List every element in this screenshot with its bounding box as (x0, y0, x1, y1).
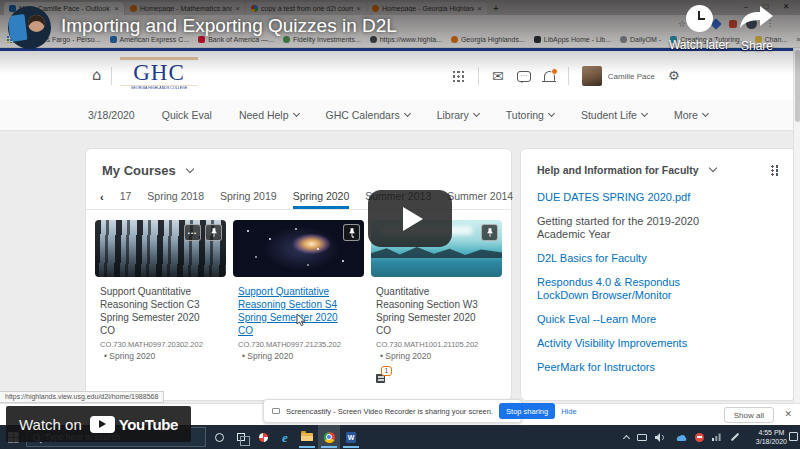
page-scrollbar[interactable] (793, 48, 800, 403)
show-all-button[interactable]: Show all (724, 407, 774, 423)
watch-on-youtube-button[interactable]: Watch on YouTube (6, 406, 191, 442)
help-panel-header[interactable]: Help and Information for Faculty (537, 164, 779, 176)
divider (478, 67, 479, 85)
sharing-banner-text: Screencastify - Screen Video Recorder is… (286, 407, 493, 416)
file-explorer-button[interactable] (296, 425, 318, 449)
play-icon (403, 207, 423, 231)
tab-close-icon[interactable] (235, 5, 240, 13)
tab-spring-2020[interactable]: Spring 2020 (293, 190, 350, 209)
bookmark-item[interactable]: DailyOM - (620, 36, 661, 43)
downloads-bar-close-icon[interactable] (784, 409, 792, 419)
network-icon[interactable] (712, 433, 722, 441)
browser-tab-mathematics[interactable]: Homepage - Mathematics and C (125, 2, 245, 15)
bookmark-item[interactable]: LibApps Home - Lib... (534, 36, 611, 43)
cortana-button[interactable] (208, 425, 230, 449)
tab-close-icon[interactable] (477, 5, 482, 13)
tray-status-icon[interactable] (695, 433, 704, 442)
hide-banner-link[interactable]: Hide (561, 407, 576, 416)
nav-more[interactable]: More (674, 109, 708, 121)
pin-icon[interactable] (205, 224, 222, 241)
volume-icon[interactable] (655, 433, 666, 442)
nav-need-help[interactable]: Need Help (239, 109, 299, 121)
bookmark-item[interactable]: Georgia Highlands... (451, 36, 525, 43)
tab-spring-2019[interactable]: Spring 2019 (220, 190, 277, 209)
task-view-icon (237, 433, 245, 441)
mail-icon[interactable] (492, 69, 504, 83)
chat-icon[interactable] (517, 71, 531, 82)
tab-summer-2014[interactable]: Summer 2014 (447, 190, 513, 209)
course-card[interactable]: Support Quantitative Reasoning Section C… (95, 220, 226, 383)
user-menu[interactable]: Camille Pace (582, 66, 655, 86)
tab-spring-2018[interactable]: Spring 2018 (147, 190, 204, 209)
nav-student-life[interactable]: Student Life (581, 109, 647, 121)
home-icon[interactable] (92, 66, 102, 84)
help-link-activity-visibility[interactable]: Activity Visibility Improvements (537, 337, 779, 350)
browser-tab-search[interactable]: copy a test from one d2l course (246, 2, 366, 15)
pin-icon[interactable] (481, 224, 498, 241)
browser-tab-ghc[interactable]: Homepage - Georgia Highlands (367, 2, 487, 15)
nav-tutoring[interactable]: Tutoring (506, 109, 554, 121)
bookmark-item[interactable]: Bank of America —... (198, 36, 274, 43)
video-title[interactable]: Importing and Exporting Quizzes in D2L (61, 15, 397, 37)
tray-expand-icon[interactable] (623, 434, 630, 441)
pen-icon[interactable] (731, 433, 739, 441)
bookmark-favicon (370, 36, 377, 43)
pin-icon[interactable] (343, 224, 360, 241)
bookmark-item[interactable]: Fidelity Investments... (283, 36, 361, 43)
my-courses-header[interactable]: My Courses (86, 149, 511, 178)
help-link-due-dates[interactable]: DUE DATES SPRING 2020.pdf (537, 191, 779, 204)
help-link-respondus[interactable]: Respondus 4.0 & Respondus LockDown Brows… (537, 276, 779, 302)
chrome-button[interactable] (318, 425, 340, 449)
share-label: Share (732, 39, 782, 53)
action-center-icon[interactable] (789, 432, 798, 441)
help-link-d2l-basics[interactable]: D2L Basics for Faculty (537, 252, 779, 265)
new-tab-button[interactable] (488, 3, 504, 15)
people-app-button[interactable] (252, 425, 274, 449)
bookmark-label: Georgia Highlands... (461, 36, 525, 43)
clock-date: 3/18/2020 (756, 437, 787, 446)
taskbar-clock[interactable]: 4:55 PM 3/18/2020 (756, 428, 787, 446)
course-alert-badge[interactable]: 1 (376, 368, 396, 383)
channel-avatar[interactable] (8, 6, 51, 49)
edge-button[interactable] (274, 425, 296, 449)
course-title[interactable]: Quantitative Reasoning Section W3 Spring… (376, 285, 498, 337)
bookmark-item[interactable]: American Express C... (110, 36, 190, 43)
divider (568, 67, 569, 85)
nav-ghc-calendars[interactable]: GHC Calendars (326, 109, 410, 121)
course-code: CO.730.MATH0997.20302.202 (100, 340, 226, 349)
chevron-down-icon (404, 110, 411, 117)
edge-icon (282, 431, 288, 444)
app-waffle-icon[interactable] (452, 70, 465, 83)
course-title[interactable]: Support Quantitative Reasoning Section C… (100, 285, 222, 337)
help-link-peermark[interactable]: PeerMark for Instructors (537, 361, 779, 374)
nav-library[interactable]: Library (437, 109, 479, 121)
task-view-button[interactable] (230, 425, 252, 449)
tab-close-icon[interactable] (356, 5, 361, 13)
tab-2017[interactable]: 17 (120, 190, 132, 209)
bookmarks-overflow-icon[interactable] (796, 35, 800, 44)
course-thumbnail-forest (95, 220, 226, 277)
scrollbar-thumb[interactable] (795, 50, 800, 122)
watch-later-button[interactable]: Watch later (668, 5, 730, 52)
help-link-quick-eval[interactable]: Quick Eval --Learn More (537, 313, 779, 326)
stop-sharing-button[interactable]: Stop sharing (499, 403, 555, 419)
ghc-logo[interactable]: GHC GEORGIA HIGHLANDS COLLEGE (120, 57, 198, 96)
people-app-icon (259, 433, 268, 442)
status-bar-url: https://highlands.view.usg.edu/d2l/home/… (0, 391, 164, 403)
tray-folder-icon[interactable] (637, 434, 647, 441)
tabs-scroll-left-icon[interactable]: ‹ (100, 191, 104, 209)
share-button[interactable]: Share (732, 5, 782, 53)
drag-handle-icon[interactable] (771, 165, 779, 176)
screen-share-icon (272, 408, 280, 414)
nav-quick-eval[interactable]: Quick Eval (162, 109, 212, 121)
tab-close-icon[interactable] (114, 5, 119, 13)
course-options-icon[interactable] (184, 224, 201, 241)
bookmark-item[interactable]: https://www.highla... (370, 36, 442, 43)
word-button[interactable] (340, 425, 362, 449)
course-title-link[interactable]: Support Quantitative Reasoning Section S… (238, 285, 360, 337)
onedrive-cloud-icon[interactable] (674, 433, 687, 441)
play-button[interactable] (368, 190, 452, 247)
gear-icon[interactable] (668, 69, 680, 83)
notification-bell-icon[interactable] (544, 71, 555, 81)
course-card[interactable]: Support Quantitative Reasoning Section S… (233, 220, 364, 383)
